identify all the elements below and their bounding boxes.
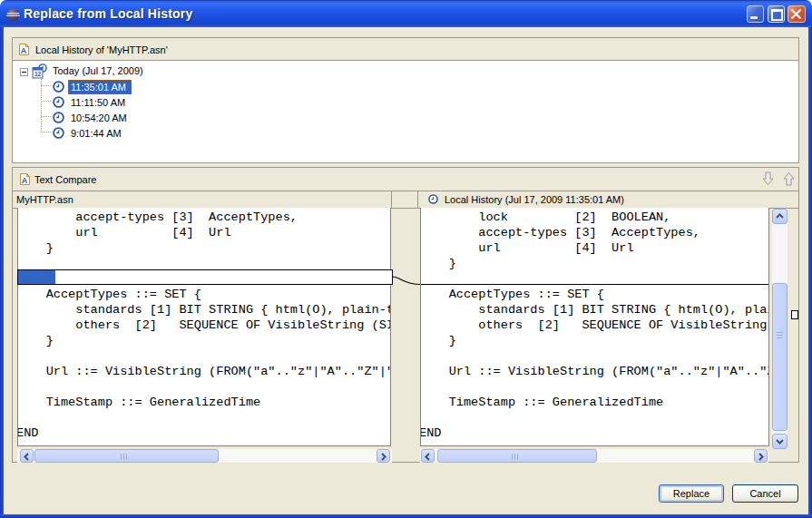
svg-text:A: A (22, 176, 28, 185)
svg-text:A: A (21, 46, 27, 55)
svg-text:12: 12 (34, 71, 42, 77)
